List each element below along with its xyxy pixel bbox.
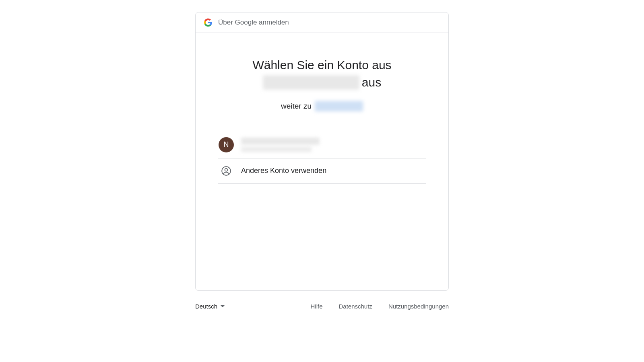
chevron-down-icon — [221, 305, 225, 307]
page-title-line2-suffix: aus — [362, 76, 381, 89]
page-title-line1: Wählen Sie ein Konto aus — [218, 57, 426, 74]
account-text — [241, 138, 320, 152]
signin-card: Über Google anmelden Wählen Sie ein Kont… — [195, 12, 449, 291]
svg-point-1 — [225, 168, 228, 171]
redacted-account-name — [241, 138, 320, 145]
avatar: N — [219, 137, 234, 152]
redacted-account-email — [241, 146, 312, 152]
help-link[interactable]: Hilfe — [310, 303, 322, 310]
footer-links: Hilfe Datenschutz Nutzungsbedingungen — [310, 303, 449, 310]
language-label: Deutsch — [195, 303, 217, 310]
subtitle-prefix: weiter zu — [281, 102, 312, 111]
redacted-app-name — [315, 101, 363, 111]
page-title-line2: aus — [218, 75, 426, 90]
footer: Deutsch Hilfe Datenschutz Nutzungsbeding… — [195, 291, 449, 312]
card-body: Wählen Sie ein Konto aus aus weiter zu N — [196, 33, 448, 290]
google-logo-icon — [204, 18, 213, 27]
card-header: Über Google anmelden — [196, 12, 448, 33]
header-label: Über Google anmelden — [218, 19, 289, 27]
person-circle-icon — [221, 166, 231, 176]
use-another-account-row[interactable]: Anderes Konto verwenden — [218, 158, 426, 184]
terms-link[interactable]: Nutzungsbedingungen — [388, 303, 449, 310]
account-list: N Anderes Konto verwenden — [218, 132, 426, 184]
use-another-account-label: Anderes Konto verwenden — [241, 167, 326, 175]
subtitle: weiter zu — [218, 101, 426, 111]
privacy-link[interactable]: Datenschutz — [339, 303, 372, 310]
account-row[interactable]: N — [218, 132, 426, 158]
person-icon-wrap — [219, 166, 234, 176]
redacted-domain — [263, 75, 359, 90]
language-selector[interactable]: Deutsch — [195, 300, 225, 312]
title-block: Wählen Sie ein Konto aus aus weiter zu — [218, 57, 426, 111]
